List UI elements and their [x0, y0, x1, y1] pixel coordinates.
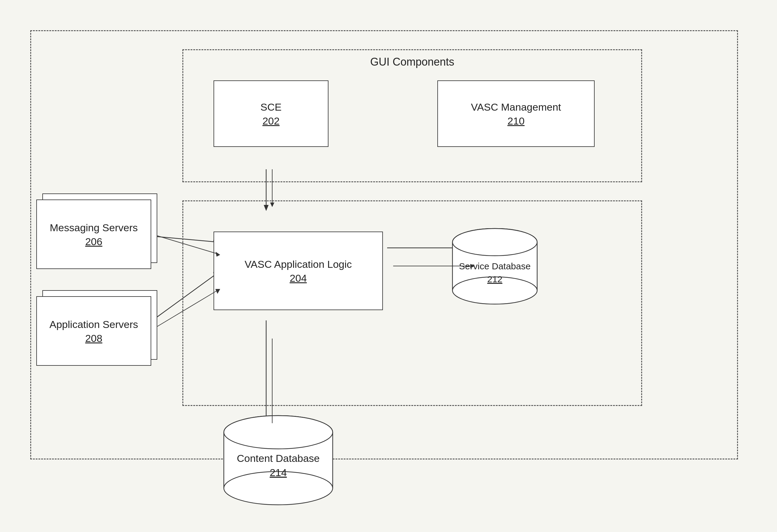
application-servers-front: Application Servers 208: [36, 296, 151, 366]
vasc-management-title: VASC Management: [471, 100, 561, 114]
gui-container: GUI Components SCE 202 VASC Management 2…: [182, 49, 642, 182]
application-servers-number: 208: [85, 332, 103, 344]
messaging-servers-title: Messaging Servers: [49, 221, 138, 234]
diagram-canvas: GUI Components SCE 202 VASC Management 2…: [18, 18, 759, 514]
vasc-management-box: VASC Management 210: [437, 81, 595, 147]
content-database: Content Database 214: [218, 414, 339, 512]
messaging-servers-front: Messaging Servers 206: [36, 200, 151, 269]
sce-title: SCE: [260, 100, 282, 114]
content-db-svg: Content Database 214: [218, 414, 339, 511]
content-db-number: 214: [270, 467, 287, 478]
vasc-logic-title: VASC Application Logic: [245, 258, 352, 271]
sce-box: SCE 202: [214, 81, 328, 147]
svg-point-20: [224, 416, 333, 449]
sce-number: 202: [262, 115, 280, 127]
application-servers-title: Application Servers: [49, 318, 138, 331]
gui-label: GUI Components: [370, 55, 454, 68]
service-db-title: Service Database: [459, 261, 531, 271]
messaging-servers-number: 206: [85, 236, 103, 248]
content-db-title: Content Database: [237, 452, 320, 464]
vasc-logic-number: 204: [290, 272, 307, 284]
service-db-svg: Service Database 212: [449, 226, 540, 310]
svg-point-14: [452, 229, 537, 256]
vasc-logic-box: VASC Application Logic 204: [214, 232, 383, 310]
vasc-management-number: 210: [508, 115, 525, 127]
service-db-number: 212: [487, 274, 503, 284]
service-database: Service Database 212: [449, 226, 540, 311]
vasc-logic-container: VASC Application Logic 204 Service Datab…: [182, 201, 642, 406]
